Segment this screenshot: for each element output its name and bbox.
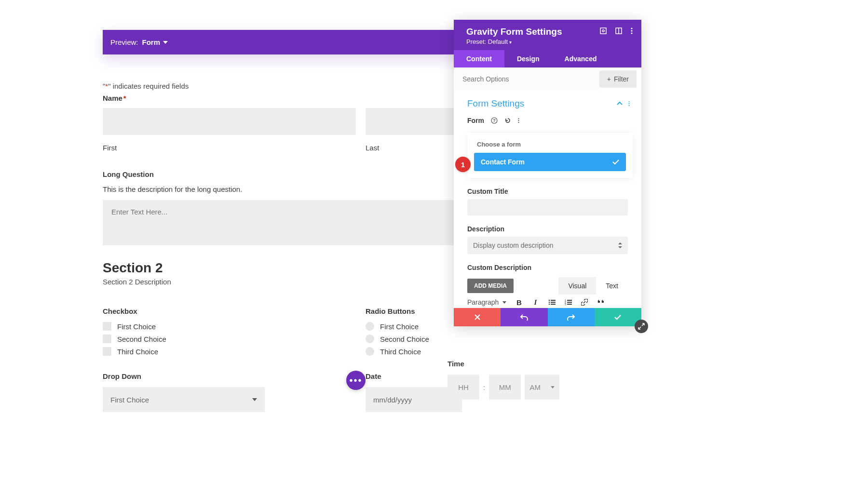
svg-point-15 — [549, 300, 550, 301]
ellipsis-icon: ••• — [349, 375, 362, 386]
time-hh-input[interactable]: HH — [448, 375, 479, 400]
filter-button[interactable]: + Filter — [599, 70, 637, 88]
radio-choice[interactable]: Second Choice — [366, 335, 619, 343]
tab-content[interactable]: Content — [454, 50, 504, 67]
svg-point-12 — [518, 118, 519, 119]
caret-down-icon: ▾ — [509, 40, 512, 45]
panel-preset[interactable]: Preset: Default▾ — [466, 38, 562, 45]
undo-button[interactable] — [501, 308, 547, 326]
form-control-label: Form ? — [454, 114, 641, 129]
kebab-icon[interactable] — [518, 117, 519, 124]
svg-text:?: ? — [493, 118, 496, 123]
tab-advanced[interactable]: Advanced — [552, 50, 610, 67]
description-select[interactable]: Display custom description — [467, 237, 628, 254]
first-sub-label: First — [103, 144, 356, 152]
add-media-button[interactable]: ADD MEDIA — [467, 279, 514, 293]
checkbox-choice[interactable]: Second Choice — [103, 335, 356, 343]
callout-1: 1 — [455, 157, 471, 172]
form-settings-header[interactable]: Form Settings — [454, 91, 641, 114]
editor-toolbar: Paragraph B I 123 — [454, 295, 641, 308]
radio-icon — [366, 335, 374, 343]
cancel-button[interactable] — [454, 308, 501, 326]
editor-tab-text[interactable]: Text — [596, 277, 628, 295]
first-name-input[interactable] — [103, 108, 356, 135]
bold-icon[interactable]: B — [515, 298, 523, 306]
checkbox-icon — [103, 347, 111, 356]
svg-point-14 — [518, 122, 519, 123]
bulleted-list-icon[interactable] — [548, 298, 556, 306]
choose-form-hint: Choose a form — [477, 141, 626, 148]
svg-rect-16 — [551, 300, 556, 301]
panel-title: Gravity Form Settings — [466, 27, 562, 37]
form-option-contact-form[interactable]: Contact Form — [474, 153, 626, 171]
caret-down-icon — [252, 398, 257, 401]
caret-down-icon — [551, 386, 555, 389]
collapse-icon[interactable] — [617, 102, 623, 106]
form-chooser-dropdown: Choose a form Contact Form — [467, 133, 633, 178]
quote-icon[interactable] — [597, 298, 605, 306]
plus-icon: + — [607, 75, 611, 83]
caret-down-icon — [163, 41, 168, 44]
time-ampm-select[interactable]: AM — [525, 375, 559, 400]
svg-rect-24 — [567, 302, 572, 303]
svg-rect-18 — [551, 302, 556, 303]
preview-label: Preview: — [110, 38, 138, 46]
check-icon — [614, 315, 621, 320]
dropdown-label: Drop Down — [103, 372, 356, 380]
numbered-list-icon[interactable]: 123 — [564, 298, 572, 306]
checkbox-choice[interactable]: Third Choice — [103, 347, 356, 356]
svg-point-13 — [518, 120, 519, 121]
svg-point-19 — [549, 304, 550, 305]
redo-button[interactable] — [548, 308, 595, 326]
redo-icon — [567, 314, 575, 321]
custom-title-label: Custom Title — [467, 188, 628, 195]
panel-tabs: Content Design Advanced — [454, 50, 641, 67]
search-options-input[interactable] — [454, 68, 599, 90]
custom-desc-label: Custom Description — [467, 264, 628, 271]
tab-design[interactable]: Design — [504, 50, 552, 67]
time-colon: : — [483, 383, 485, 391]
svg-point-6 — [631, 32, 632, 34]
close-icon — [475, 314, 480, 320]
radio-icon — [366, 347, 374, 356]
checkbox-choice[interactable]: First Choice — [103, 322, 356, 331]
dropdown-select[interactable]: First Choice — [103, 387, 265, 412]
paragraph-select[interactable]: Paragraph — [467, 298, 506, 306]
kebab-icon[interactable] — [631, 27, 633, 34]
columns-icon[interactable] — [615, 27, 622, 34]
time-field: Time HH : MM AM — [448, 360, 559, 400]
sort-icon — [618, 242, 622, 248]
svg-point-8 — [628, 103, 629, 104]
module-options-button[interactable]: ••• — [346, 371, 366, 390]
expand-handle[interactable] — [635, 320, 648, 333]
panel-action-bar — [454, 308, 641, 326]
kebab-icon[interactable] — [628, 100, 630, 107]
save-button[interactable] — [595, 308, 641, 326]
italic-icon[interactable]: I — [531, 298, 539, 306]
reset-icon[interactable] — [504, 117, 511, 124]
preview-value: Form — [142, 38, 161, 46]
help-icon[interactable]: ? — [491, 117, 498, 124]
expand-icon — [638, 323, 645, 330]
time-mm-input[interactable]: MM — [489, 375, 521, 400]
svg-point-9 — [628, 105, 629, 106]
checkbox-icon — [103, 322, 111, 331]
time-label: Time — [448, 360, 559, 368]
fullscreen-icon[interactable] — [600, 27, 607, 34]
settings-panel: Gravity Form Settings Preset: Default▾ C… — [454, 20, 641, 326]
check-icon — [612, 160, 619, 165]
panel-header[interactable]: Gravity Form Settings Preset: Default▾ — [454, 20, 641, 50]
svg-point-4 — [631, 27, 632, 29]
editor-tab-visual[interactable]: Visual — [558, 277, 596, 295]
svg-point-1 — [602, 30, 604, 32]
svg-rect-20 — [551, 304, 556, 305]
undo-icon — [520, 314, 528, 321]
svg-point-17 — [549, 302, 550, 303]
description-label: Description — [467, 225, 628, 233]
radio-choice[interactable]: Third Choice — [366, 347, 619, 356]
svg-point-5 — [631, 30, 632, 31]
checkbox-icon — [103, 335, 111, 343]
radio-icon — [366, 322, 374, 331]
custom-title-input[interactable] — [467, 199, 628, 215]
link-icon[interactable] — [581, 298, 588, 306]
